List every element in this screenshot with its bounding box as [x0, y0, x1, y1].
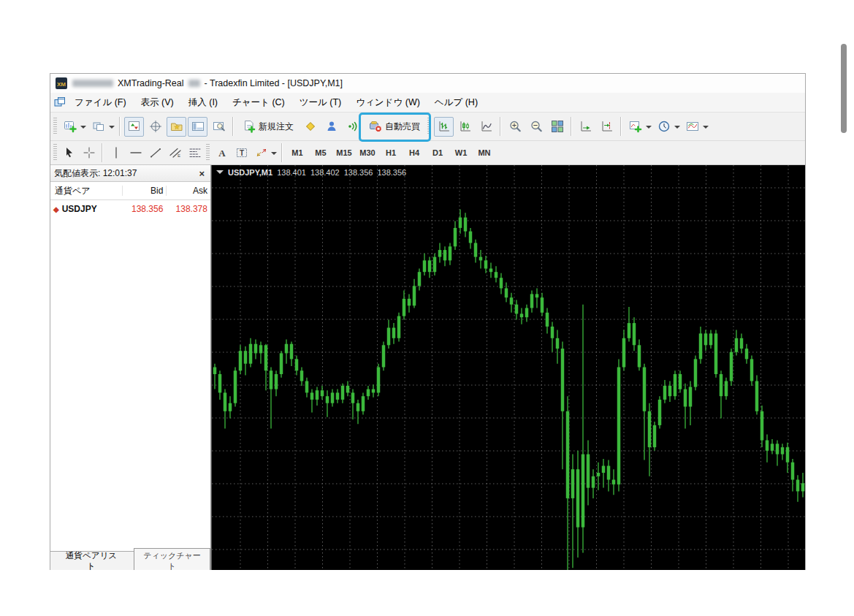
templates-icon: [686, 120, 699, 133]
new-chart-icon: [64, 120, 77, 133]
templates-button[interactable]: [682, 117, 702, 137]
toolbar-grip[interactable]: [206, 144, 210, 161]
periods-button[interactable]: [654, 117, 674, 137]
new-chart-button[interactable]: [60, 117, 80, 137]
toolbar-separator: [232, 117, 234, 136]
terminal-toggle[interactable]: [188, 117, 207, 137]
equidistant-channel-button[interactable]: E: [166, 144, 184, 162]
zoom-out-button[interactable]: [526, 117, 546, 137]
auto-scroll-toggle[interactable]: [576, 117, 595, 137]
chart-ohlc-header: USDJPY,M1 138.401 138.402 138.356 138.35…: [216, 167, 406, 178]
chart-collapse-triangle-icon[interactable]: [216, 170, 224, 178]
menu-view[interactable]: 表示 (V): [134, 94, 180, 111]
candlestick-chart[interactable]: [212, 165, 806, 570]
text-label-button[interactable]: T: [232, 144, 251, 162]
chart-close-value: 138.356: [377, 168, 406, 177]
chart-window-icon[interactable]: [53, 96, 66, 109]
dropdown-caret-icon[interactable]: [271, 152, 277, 158]
symbol-row-usdjpy[interactable]: ◆ USDJPY 138.356 138.378: [50, 200, 210, 218]
chart-panel[interactable]: USDJPY,M1 138.401 138.402 138.356 138.35…: [211, 165, 805, 570]
close-icon[interactable]: ×: [197, 168, 207, 179]
column-ask[interactable]: Ask: [166, 186, 210, 196]
menu-charts[interactable]: チャート (C): [226, 94, 291, 111]
dropdown-caret-icon[interactable]: [646, 126, 652, 132]
arrows-button[interactable]: [252, 144, 270, 162]
chart-line-button[interactable]: [476, 117, 496, 137]
timeframe-m1-button[interactable]: M1: [286, 145, 308, 161]
signals-icon: [346, 120, 359, 133]
horizontal-line-button[interactable]: [126, 144, 145, 162]
tab-tick-chart[interactable]: ティックチャート: [134, 548, 210, 571]
autotrading-button[interactable]: 自動売買: [364, 117, 425, 137]
market-watch-column-headers: 通貨ペア Bid Ask: [50, 182, 210, 200]
dropdown-caret-icon[interactable]: [109, 126, 115, 132]
navigator-icon: [170, 120, 183, 133]
profiles-icon: [92, 120, 105, 133]
strategy-tester-button[interactable]: [209, 117, 229, 137]
timeframe-h4-button[interactable]: H4: [403, 145, 425, 161]
text-tool-button[interactable]: A: [213, 144, 231, 162]
column-symbol[interactable]: 通貨ペア: [50, 185, 122, 197]
data-window-button[interactable]: [145, 117, 165, 137]
trendline-button[interactable]: [146, 144, 164, 162]
terminal-icon: [191, 120, 205, 133]
mql5-community-button[interactable]: [321, 117, 341, 137]
menu-file[interactable]: ファイル (F): [68, 94, 133, 111]
timeframe-h1-button[interactable]: H1: [380, 145, 402, 161]
metaeditor-button[interactable]: [300, 117, 320, 137]
toolbar-separator: [119, 117, 121, 136]
profiles-button[interactable]: [88, 117, 108, 137]
chart-bars-icon: [438, 120, 451, 133]
chart-open-value: 138.401: [277, 168, 306, 177]
indicators-button[interactable]: [625, 117, 645, 137]
dropdown-caret-icon[interactable]: [80, 126, 86, 132]
indicators-icon: [629, 120, 642, 133]
navigator-toggle[interactable]: [167, 117, 186, 137]
crosshair-button[interactable]: [80, 144, 98, 162]
page-scrollbar[interactable]: [841, 44, 847, 133]
new-order-button[interactable]: 新規注文: [237, 117, 299, 137]
timeframe-mn-button[interactable]: MN: [473, 145, 495, 161]
svg-text:A: A: [218, 148, 226, 159]
new-order-label: 新規注文: [259, 121, 294, 133]
timeframe-m15-button[interactable]: M15: [333, 145, 355, 161]
zoom-out-icon: [530, 120, 543, 133]
menu-window[interactable]: ウィンドウ (W): [349, 94, 427, 111]
chart-line-icon: [480, 120, 493, 133]
dropdown-caret-icon[interactable]: [674, 126, 680, 132]
market-watch-toggle[interactable]: [124, 117, 144, 137]
chart-candles-button[interactable]: [455, 117, 475, 137]
strategy-tester-icon: [213, 120, 226, 133]
toolbar-grip[interactable]: [427, 118, 431, 135]
toolbar-grip[interactable]: [53, 144, 57, 161]
menu-help[interactable]: ヘルプ (H): [428, 94, 484, 111]
signals-button[interactable]: [343, 117, 362, 137]
svg-text:XM: XM: [57, 81, 66, 88]
fibonacci-icon: [188, 146, 202, 159]
tab-symbols-list[interactable]: 通貨ペアリスト: [59, 550, 123, 571]
fibonacci-button[interactable]: [186, 144, 204, 162]
chart-shift-icon: [601, 120, 614, 133]
chart-shift-toggle[interactable]: [597, 117, 617, 137]
symbol-diamond-icon: ◆: [53, 205, 59, 213]
menu-tools[interactable]: ツール (T): [293, 94, 348, 111]
tile-windows-button[interactable]: [547, 117, 567, 137]
menu-insert[interactable]: 挿入 (I): [182, 94, 224, 111]
autotrading-icon: [369, 120, 382, 133]
toolbar-separator: [620, 117, 622, 136]
market-watch-tabs: 通貨ペアリスト ティックチャート: [50, 551, 210, 570]
cursor-button[interactable]: [60, 144, 78, 162]
column-bid[interactable]: Bid: [122, 186, 167, 196]
channel-icon: E: [169, 146, 182, 159]
timeframe-d1-button[interactable]: D1: [427, 145, 449, 161]
crosshair-icon: [83, 146, 96, 159]
timeframe-m5-button[interactable]: M5: [310, 145, 332, 161]
timeframe-m30-button[interactable]: M30: [357, 145, 378, 161]
vertical-line-button[interactable]: [107, 144, 125, 162]
toolbar-grip[interactable]: [53, 118, 57, 135]
zoom-in-button[interactable]: [505, 117, 525, 137]
timeframe-w1-button[interactable]: W1: [450, 145, 472, 161]
dropdown-caret-icon[interactable]: [703, 126, 709, 132]
chart-bars-button[interactable]: [434, 117, 454, 137]
toolbar-separator: [281, 143, 283, 162]
